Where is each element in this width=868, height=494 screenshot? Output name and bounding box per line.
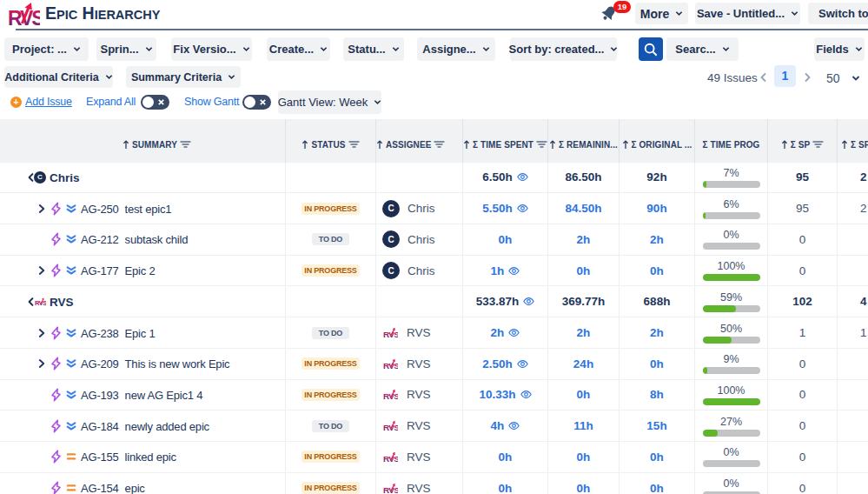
svg-text:RVS: RVS	[383, 454, 398, 463]
svg-text:RVS: RVS	[383, 423, 398, 431]
svg-text:RVS: RVS	[383, 484, 398, 493]
svg-text:RVS: RVS	[35, 299, 46, 306]
svg-text:RVS: RVS	[383, 330, 398, 338]
svg-text:RVS: RVS	[383, 391, 398, 400]
svg-text:RVS: RVS	[383, 361, 398, 370]
